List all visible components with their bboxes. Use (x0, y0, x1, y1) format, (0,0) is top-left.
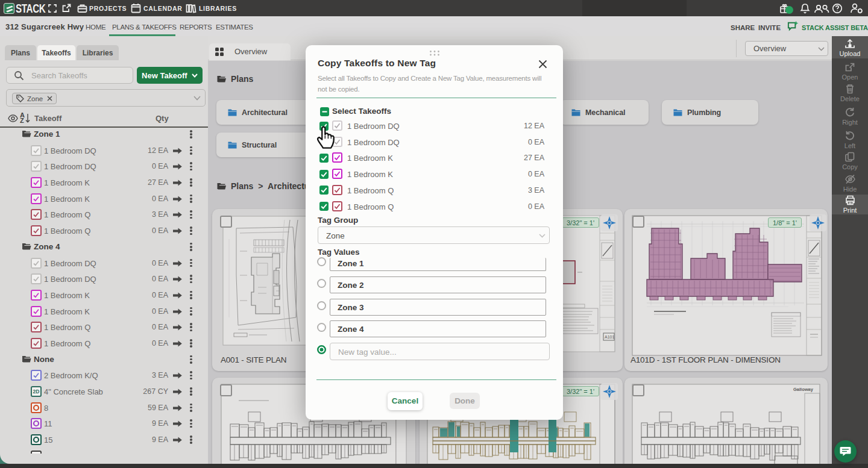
svg-text:A101: A101 (605, 335, 614, 339)
svg-text:Galloway: Galloway (793, 387, 814, 392)
